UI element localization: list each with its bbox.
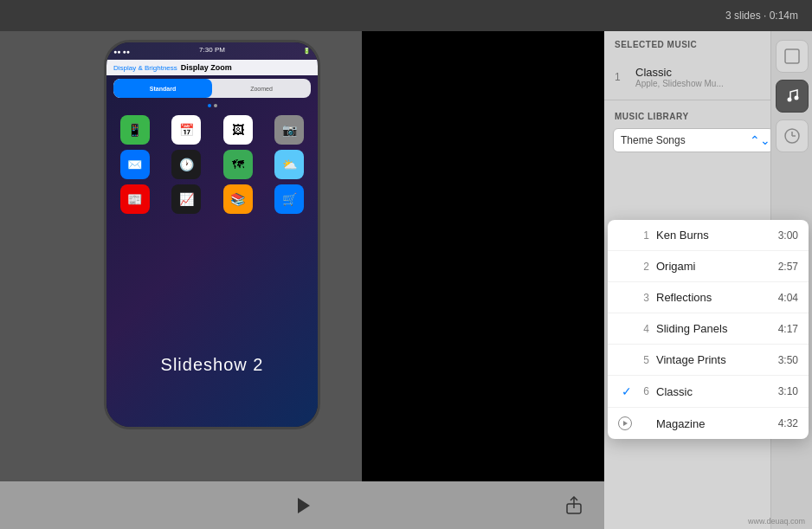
song-duration: 3:10: [778, 385, 798, 397]
song-duration: 4:32: [778, 417, 798, 429]
song-duration: 4:04: [778, 292, 798, 304]
song-number: 5: [635, 354, 649, 366]
video-section: ●● ●● 7:30 PM 🔋 Display & Brightness Dis…: [0, 31, 604, 529]
list-item[interactable]: 2 Origami 2:57: [608, 251, 809, 282]
song-duration: 3:50: [778, 354, 798, 366]
standard-segment[interactable]: Standard: [113, 79, 212, 98]
mail-icon: ✉️: [120, 150, 150, 179]
theme-select[interactable]: Theme Songs Reflections Classic: [613, 128, 774, 152]
app-clock: 🕐: [164, 150, 210, 179]
check-indicator: ✓: [618, 384, 635, 398]
dot-2: [214, 104, 217, 107]
song-number: 4: [635, 323, 649, 335]
app-photos: 🖼: [215, 115, 261, 145]
pages-icon: [783, 48, 801, 65]
camera-icon: 📷: [274, 115, 304, 145]
app-maps: 🗺: [215, 150, 261, 179]
list-item[interactable]: 5 Vintage Prints 3:50: [608, 345, 809, 376]
music-note-icon: [783, 87, 801, 105]
right-panel: SELECTED MUSIC 1 Classic Apple, Slidesho…: [604, 31, 812, 529]
song-number: 3: [635, 292, 649, 304]
song-number: 1: [635, 229, 649, 242]
song-name: Classic: [656, 385, 778, 398]
slides-info: 3 slides · 0:14m: [725, 10, 798, 22]
share-button[interactable]: [561, 493, 587, 519]
stocks-icon: 📈: [171, 184, 201, 214]
watermark: www.deuaq.com: [748, 517, 805, 526]
pages-toolbar-icon[interactable]: [776, 40, 809, 73]
song-name: Vintage Prints: [656, 353, 778, 366]
phone-time: 7:30 PM: [199, 46, 225, 54]
phone-battery: 🔋: [303, 48, 311, 55]
play-triangle-icon: [298, 498, 310, 513]
maps-icon: 🗺: [223, 150, 253, 179]
phone-signal: ●● ●●: [113, 48, 130, 55]
clock-toolbar-icon: [783, 127, 801, 145]
selected-item-subtitle: Apple, Slideshow Mu...: [635, 79, 775, 88]
song-duration: 3:00: [778, 229, 798, 242]
share-icon: [564, 496, 583, 515]
phone-mockup: ●● ●● 7:30 PM 🔋 Display & Brightness Dis…: [104, 40, 320, 429]
app-calendar: 📅: [164, 115, 210, 145]
check-indicator: [618, 416, 635, 430]
app-news: 📰: [112, 184, 158, 214]
app-camera: 📷: [267, 115, 313, 145]
slideshow-title: Slideshow 2: [106, 355, 318, 375]
svg-point-5: [794, 96, 798, 100]
music-dropdown: 1 Ken Burns 3:00 2 Origami 2:57 3 Reflec…: [608, 220, 809, 439]
list-item[interactable]: ✓ 6 Classic 3:10: [608, 376, 809, 408]
phone-header: Display & Brightness Display Zoom: [106, 60, 318, 75]
top-bar: 3 slides · 0:14m: [0, 0, 812, 31]
phone-setting-title: Display Zoom: [181, 63, 232, 72]
timer-toolbar-icon[interactable]: [776, 119, 809, 152]
list-item[interactable]: Magazine 4:32: [608, 408, 809, 439]
phone-status-bar: ●● ●● 7:30 PM 🔋: [106, 42, 318, 60]
selected-item-title: Classic: [635, 66, 775, 79]
app-stocks: 📈: [164, 184, 210, 214]
calendar-icon: 📅: [171, 115, 201, 145]
svg-point-4: [787, 98, 791, 102]
select-wrapper: Theme Songs Reflections Classic ⌃⌄: [613, 128, 774, 152]
svg-rect-3: [785, 49, 799, 63]
phone-screen: ●● ●● 7:30 PM 🔋 Display & Brightness Dis…: [106, 42, 318, 427]
list-item[interactable]: 3 Reflections 4:04: [608, 282, 809, 313]
black-area: [362, 31, 604, 481]
video-controls: [0, 481, 604, 529]
list-item[interactable]: 1 Ken Burns 3:00: [608, 220, 809, 251]
app-books: 📚: [215, 184, 261, 214]
zoomed-segment[interactable]: Zoomed: [212, 79, 311, 98]
selected-item-info: Classic Apple, Slideshow Mu...: [635, 66, 775, 88]
music-library-label: MUSIC LIBRARY: [615, 112, 689, 121]
app-mail: ✉️: [112, 150, 158, 179]
app-weather: ⛅: [267, 150, 313, 179]
song-name: Magazine: [656, 417, 778, 430]
song-duration: 4:17: [778, 323, 798, 335]
list-item[interactable]: 4 Sliding Panels 4:17: [608, 313, 809, 345]
dot-1: [208, 104, 211, 107]
photos-icon: 🖼: [223, 115, 253, 145]
song-name: Sliding Panels: [656, 322, 778, 335]
main-area: ●● ●● 7:30 PM 🔋 Display & Brightness Dis…: [0, 31, 812, 529]
phone-back-label: Display & Brightness: [113, 64, 177, 72]
weather-icon: ⛅: [274, 150, 304, 179]
selected-item-number: 1: [615, 71, 628, 83]
facetime-icon: 📱: [120, 115, 150, 145]
play-indicator: [618, 416, 632, 430]
song-duration: 2:57: [778, 261, 798, 273]
song-number: 2: [635, 261, 649, 273]
books-icon: 📚: [223, 184, 253, 214]
play-button[interactable]: [289, 493, 315, 519]
song-number: 6: [635, 385, 649, 397]
song-name: Origami: [656, 260, 778, 273]
song-name: Reflections: [656, 291, 778, 304]
store-icon: 🛒: [274, 184, 304, 214]
app-store: 🛒: [267, 184, 313, 214]
video-container: ●● ●● 7:30 PM 🔋 Display & Brightness Dis…: [0, 31, 604, 481]
phone-dots: [106, 101, 318, 110]
phone-home: 📱 📅 🖼 📷 ✉️: [106, 110, 318, 219]
clock-icon: 🕐: [171, 150, 201, 179]
music-toolbar-icon[interactable]: [776, 80, 809, 113]
segment-control: Standard Zoomed: [113, 79, 311, 98]
song-name: Ken Burns: [656, 229, 778, 242]
news-icon: 📰: [120, 184, 150, 214]
